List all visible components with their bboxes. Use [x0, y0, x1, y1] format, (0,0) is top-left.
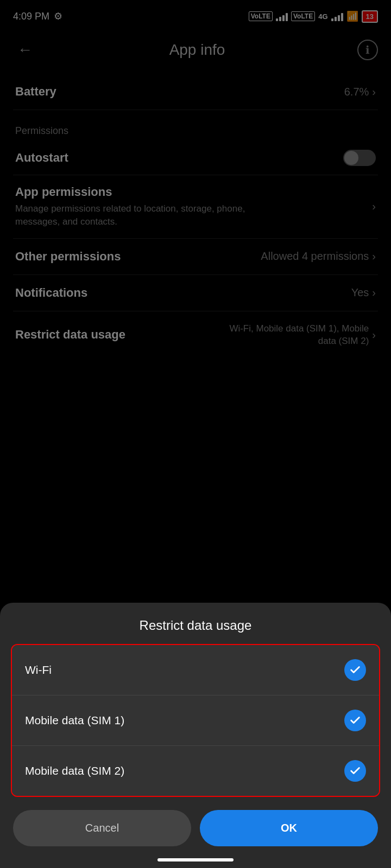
sim2-checkbox[interactable] [344, 760, 366, 782]
checkbox-list: Wi-Fi Mobile data (SIM 1) Mobile data (S… [11, 644, 380, 797]
sim2-checkbox-item[interactable]: Mobile data (SIM 2) [12, 745, 379, 796]
modal-sheet: Restrict data usage Wi-Fi Mobile data (S… [0, 603, 391, 868]
sim1-checkbox[interactable] [344, 710, 366, 731]
sim2-label: Mobile data (SIM 2) [25, 764, 124, 777]
wifi-checkbox-item[interactable]: Wi-Fi [12, 645, 379, 695]
wifi-checkbox[interactable] [344, 659, 366, 681]
checkmark-icon-sim1 [349, 714, 361, 726]
home-indicator [157, 858, 234, 861]
modal-title: Restrict data usage [0, 603, 391, 644]
sim1-checkbox-item[interactable]: Mobile data (SIM 1) [12, 695, 379, 745]
cancel-button[interactable]: Cancel [13, 810, 191, 846]
checkmark-icon [349, 664, 361, 676]
modal-buttons: Cancel OK [0, 810, 391, 846]
wifi-label: Wi-Fi [25, 663, 52, 676]
ok-button[interactable]: OK [200, 810, 378, 846]
sim1-label: Mobile data (SIM 1) [25, 714, 124, 727]
checkmark-icon-sim2 [349, 765, 361, 777]
